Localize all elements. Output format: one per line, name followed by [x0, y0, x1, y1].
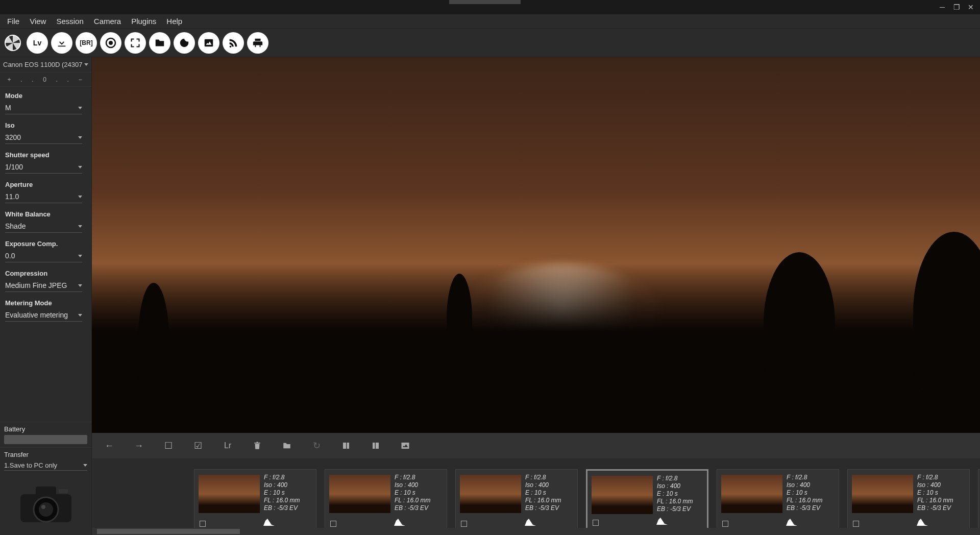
thumbnail-image [460, 475, 521, 513]
unselect-icon[interactable]: ☐ [161, 439, 176, 453]
transfer-select[interactable]: 1.Save to PC only [4, 460, 87, 471]
rotate-left-icon[interactable] [339, 439, 353, 453]
iso-select[interactable]: 3200 [5, 132, 82, 144]
expcomp-select[interactable]: 0.0 [5, 251, 82, 262]
compression-label: Compression [5, 270, 82, 277]
mode-label: Mode [5, 92, 82, 100]
aperture-select[interactable]: 11.0 [5, 191, 82, 203]
histogram-icon [525, 518, 536, 528]
chevron-down-icon [78, 255, 82, 257]
chevron-down-icon [83, 464, 87, 467]
svg-point-2 [109, 41, 113, 45]
shutter-select[interactable]: 1/100 [5, 162, 82, 174]
image-toolbar: ← → ☐ ☑ Lr ↻ Fit [92, 433, 980, 458]
maximize-button[interactable]: ❐ [950, 2, 963, 12]
metering-label: Metering Mode [5, 299, 82, 307]
prev-button[interactable]: ← [102, 439, 116, 453]
menu-session[interactable]: Session [51, 15, 88, 28]
thumbnail-image [852, 475, 913, 513]
menu-help[interactable]: Help [161, 15, 187, 28]
capture-icon[interactable] [2, 32, 23, 54]
rotate-right-icon[interactable] [369, 439, 383, 453]
mode-select[interactable]: M [5, 103, 82, 114]
svg-point-7 [39, 502, 53, 517]
fullscreen-icon[interactable] [125, 32, 146, 54]
battery-bar [4, 435, 87, 444]
image-counter: 52/193 [92, 458, 980, 467]
svg-point-8 [41, 505, 45, 509]
chevron-down-icon [78, 284, 82, 287]
liveview-button[interactable]: Lv [27, 32, 48, 54]
histogram-icon [394, 518, 405, 528]
select-icon[interactable]: ☑ [191, 439, 205, 453]
transfer-label: Transfer [4, 451, 87, 458]
thumbnail-card[interactable]: F : f/2.8Iso : 400E : 10 sFL : 16.0 mmEB… [455, 469, 578, 528]
camera-selector[interactable]: Canon EOS 1100D (24307… [0, 57, 91, 72]
exposure-indicator[interactable]: + . . 0 . . − [0, 72, 91, 87]
chevron-down-icon [78, 136, 82, 139]
thumbnail-image [592, 476, 653, 514]
shutter-label: Shutter speed [5, 151, 82, 159]
chevron-down-icon [78, 107, 82, 109]
thumbnail-card[interactable] [978, 469, 980, 528]
refresh-icon[interactable]: ↻ [309, 439, 324, 453]
thumbnail-checkbox[interactable] [853, 521, 859, 527]
image-icon[interactable] [198, 32, 219, 54]
chevron-down-icon [78, 196, 82, 198]
minimize-button[interactable]: ─ [936, 2, 948, 12]
thumbnail-card[interactable]: F : f/2.8Iso : 400E : 10 sFL : 16.0 mmEB… [194, 469, 316, 528]
chevron-down-icon [78, 225, 82, 228]
rss-icon[interactable] [223, 32, 244, 54]
wb-select[interactable]: Shade [5, 221, 82, 233]
filmstrip[interactable]: F : f/2.8Iso : 400E : 10 sFL : 16.0 mmEB… [92, 467, 980, 528]
menu-camera[interactable]: Camera [89, 15, 126, 28]
thumbnail-checkbox[interactable] [461, 521, 467, 527]
camera-name: Canon EOS 1100D (24307… [3, 61, 82, 68]
delete-icon[interactable] [250, 439, 264, 453]
metering-select[interactable]: Evaluative metering [5, 310, 82, 322]
chevron-down-icon [78, 166, 82, 168]
chevron-down-icon [78, 314, 82, 317]
lightroom-button[interactable]: Lr [220, 439, 235, 453]
open-folder-icon[interactable] [280, 439, 294, 453]
iso-label: Iso [5, 121, 82, 129]
menu-view[interactable]: View [24, 15, 51, 28]
histogram-icon [263, 518, 275, 528]
close-button[interactable]: ✕ [965, 2, 977, 12]
thumbnail-card[interactable]: F : f/2.8Iso : 400E : 10 sFL : 16.0 mmEB… [847, 469, 970, 528]
next-button[interactable]: → [132, 439, 146, 453]
picture-icon[interactable] [398, 439, 412, 453]
thumbnail-card[interactable]: F : f/2.8Iso : 400E : 10 sFL : 16.0 mmEB… [586, 469, 708, 528]
thumbnail-image [329, 475, 390, 513]
aperture-label: Aperture [5, 181, 82, 188]
thumbnail-image [199, 475, 260, 513]
wb-label: White Balance [5, 210, 82, 218]
thumbnail-card[interactable]: F : f/2.8Iso : 400E : 10 sFL : 16.0 mmEB… [325, 469, 447, 528]
night-icon[interactable] [174, 32, 195, 54]
svg-rect-9 [59, 489, 68, 493]
folder-icon[interactable] [149, 32, 170, 54]
camera-image [0, 474, 91, 535]
thumbnail-checkbox[interactable] [330, 521, 336, 527]
thumbnail-checkbox[interactable] [593, 520, 599, 526]
print-icon[interactable] [247, 32, 268, 54]
menu-file[interactable]: File [2, 15, 24, 28]
timer-icon[interactable] [100, 32, 121, 54]
thumbnail-checkbox[interactable] [722, 521, 728, 527]
bracketing-button[interactable]: [BR] [76, 32, 97, 54]
menu-plugins[interactable]: Plugins [126, 15, 161, 28]
svg-rect-5 [36, 487, 56, 497]
thumbnail-checkbox[interactable] [200, 521, 206, 527]
left-panel: Canon EOS 1100D (24307… + . . 0 . . − Mo… [0, 57, 92, 535]
compression-select[interactable]: Medium Fine JPEG [5, 280, 82, 292]
filmstrip-scrollbar[interactable] [92, 528, 980, 535]
main-toolbar: Lv [BR] [0, 29, 980, 57]
thumbnail-card[interactable]: F : f/2.8Iso : 400E : 10 sFL : 16.0 mmEB… [717, 469, 839, 528]
battery-label: Battery [4, 425, 87, 433]
histogram-icon [917, 518, 928, 528]
chevron-down-icon [84, 63, 88, 66]
main-image-viewer[interactable] [92, 57, 980, 433]
thumbnail-image [721, 475, 782, 513]
download-icon[interactable] [51, 32, 72, 54]
menu-bar: File View Session Camera Plugins Help [0, 14, 980, 29]
